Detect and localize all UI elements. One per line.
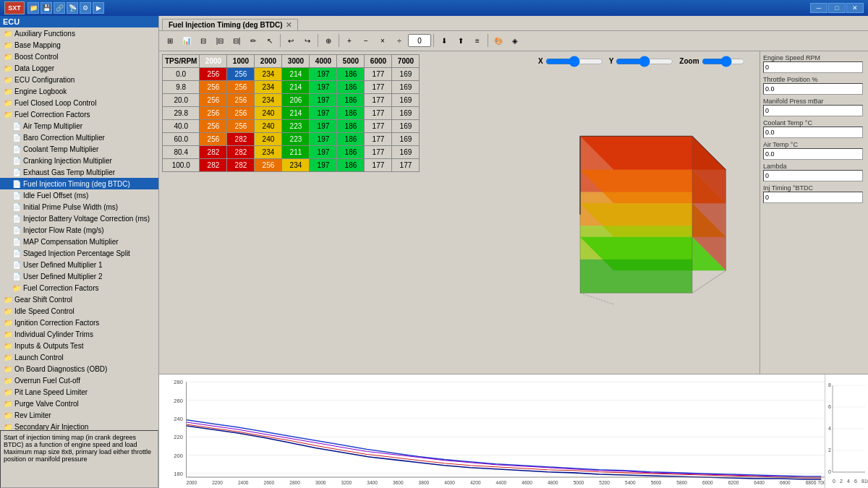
- cell-r7-c3[interactable]: 234: [282, 158, 310, 171]
- cell-r3-c0[interactable]: 256: [200, 106, 227, 119]
- cell-r5-c2[interactable]: 240: [255, 132, 282, 145]
- sidebar-item-launch[interactable]: 📁Launch Control: [0, 351, 158, 363]
- toolbar-value-input[interactable]: [408, 34, 431, 47]
- cell-r3-c4[interactable]: 197: [310, 106, 337, 119]
- tb-download-btn[interactable]: ⬇: [436, 33, 452, 48]
- cell-r5-c7[interactable]: 169: [392, 132, 420, 145]
- cell-r4-c1[interactable]: 256: [227, 119, 255, 132]
- cell-r2-c3[interactable]: 206: [282, 93, 310, 106]
- tb-upload-btn[interactable]: ⬆: [453, 33, 469, 48]
- cell-r6-c4[interactable]: 197: [310, 145, 337, 158]
- cell-r0-c1[interactable]: 256: [227, 67, 255, 80]
- sidebar-item-base-mapping[interactable]: 📁Base Mapping: [0, 39, 158, 51]
- tb-plus-btn[interactable]: +: [341, 33, 357, 48]
- cell-r1-c5[interactable]: 186: [337, 80, 365, 93]
- sidebar-item-coolant-temp[interactable]: 📄Coolant Temp Multiplier: [0, 143, 158, 155]
- sidebar-item-gear-shift[interactable]: 📁Gear Shift Control: [0, 294, 158, 305]
- tb-icon-4[interactable]: 📡: [67, 2, 78, 14]
- sidebar-item-secondary-air[interactable]: 📁Secondary Air Injection: [0, 421, 158, 430]
- sidebar-item-fuel-correction[interactable]: 📁Fuel Correction Factors: [0, 108, 158, 120]
- sidebar-item-rev-limiter[interactable]: 📁Rev Limiter: [0, 409, 158, 421]
- cell-r6-c7[interactable]: 169: [392, 145, 420, 158]
- right-panel-input-2[interactable]: [763, 105, 863, 116]
- cell-r0-c2[interactable]: 234: [255, 67, 282, 80]
- cell-r0-c7[interactable]: 169: [392, 67, 420, 80]
- tb-mult-btn[interactable]: ×: [375, 33, 391, 48]
- right-panel-input-4[interactable]: [763, 148, 863, 160]
- sidebar-item-purge[interactable]: 📁Purge Valve Control: [0, 398, 158, 409]
- cell-r0-c3[interactable]: 214: [282, 67, 310, 80]
- sidebar-item-idle-fuel[interactable]: 📄Idle Fuel Offset (ms): [0, 189, 158, 201]
- sidebar-item-fuel-inj-timing[interactable]: 📄Fuel Injection Timing (deg BTDC): [0, 178, 158, 189]
- right-panel-input-0[interactable]: [763, 61, 863, 73]
- tb-redo-btn[interactable]: ↪: [299, 33, 315, 48]
- sidebar-item-ecu-config[interactable]: 📁ECU Configuration: [0, 74, 158, 85]
- cell-r7-c4[interactable]: 197: [310, 158, 337, 171]
- cell-r5-c4[interactable]: 197: [310, 132, 337, 145]
- tb-undo-btn[interactable]: ↩: [283, 33, 299, 48]
- cell-r1-c2[interactable]: 234: [255, 80, 282, 93]
- cell-r1-c0[interactable]: 256: [200, 80, 227, 93]
- tb-icon-3[interactable]: 🔗: [54, 2, 65, 14]
- sidebar-item-map-comp[interactable]: 📄MAP Compensation Multiplier: [0, 236, 158, 247]
- cell-r6-c1[interactable]: 282: [227, 145, 255, 158]
- sidebar-item-auxiliary[interactable]: 📁Auxiliary Functions: [0, 27, 158, 39]
- cell-r1-c1[interactable]: 256: [227, 80, 255, 93]
- tb-grid-btn[interactable]: ⊞: [162, 33, 178, 48]
- cell-r7-c1[interactable]: 282: [227, 158, 255, 171]
- cell-r4-c6[interactable]: 177: [365, 119, 392, 132]
- table-row[interactable]: 40.0256256240223197186177169: [163, 119, 420, 132]
- sidebar-item-idle-speed[interactable]: 📁Idle Speed Control: [0, 305, 158, 317]
- sidebar-item-air-temp[interactable]: 📄Air Temp Multiplier: [0, 120, 158, 132]
- sidebar-item-engine-logbook[interactable]: 📁Engine Logbook: [0, 85, 158, 97]
- cell-r6-c6[interactable]: 177: [365, 145, 392, 158]
- cell-r2-c7[interactable]: 169: [392, 93, 420, 106]
- tab-close-button[interactable]: ✕: [286, 21, 292, 29]
- tb-col-btn[interactable]: |⊟: [212, 33, 228, 48]
- tb-color-btn[interactable]: 🎨: [490, 33, 506, 48]
- cell-r3-c1[interactable]: 256: [227, 106, 255, 119]
- cell-r0-c4[interactable]: 197: [310, 67, 337, 80]
- tb-icon-6[interactable]: ▶: [93, 2, 104, 14]
- cell-r3-c7[interactable]: 169: [392, 106, 420, 119]
- cell-r2-c2[interactable]: 234: [255, 93, 282, 106]
- sidebar-item-injector-bat[interactable]: 📄Injector Battery Voltage Correction (ms…: [0, 213, 158, 224]
- sidebar-item-initial-prime[interactable]: 📄Initial Prime Pulse Width (ms): [0, 201, 158, 213]
- sidebar-item-ignition[interactable]: 📁Ignition Correction Factors: [0, 317, 158, 328]
- cell-r3-c6[interactable]: 177: [365, 106, 392, 119]
- cell-r3-c5[interactable]: 186: [337, 106, 365, 119]
- tb-icon-5[interactable]: ⚙: [80, 2, 91, 14]
- cell-r3-c2[interactable]: 240: [255, 106, 282, 119]
- table-row[interactable]: 100.0282282256234197186177177: [163, 158, 420, 171]
- cell-r5-c1[interactable]: 282: [227, 132, 255, 145]
- sidebar-item-baro[interactable]: 📄Baro Correction Multiplier: [0, 132, 158, 143]
- sidebar-item-overrun[interactable]: 📁Overrun Fuel Cut-off: [0, 374, 158, 386]
- cell-r1-c3[interactable]: 214: [282, 80, 310, 93]
- table-row[interactable]: 80.4282282234211197186177169: [163, 145, 420, 158]
- tb-minus-btn[interactable]: −: [358, 33, 374, 48]
- cell-r4-c2[interactable]: 240: [255, 119, 282, 132]
- tb-cursor-btn[interactable]: ↖: [262, 33, 278, 48]
- tb-copy-btn[interactable]: ⊕: [320, 33, 336, 48]
- sidebar-item-fuel-closed[interactable]: 📁Fuel Closed Loop Control: [0, 97, 158, 108]
- tb-table-btn[interactable]: ⊟: [195, 33, 211, 48]
- x-slider[interactable]: [545, 58, 603, 65]
- maximize-button[interactable]: □: [828, 3, 846, 13]
- cell-r0-c0[interactable]: 256: [200, 67, 227, 80]
- cell-r2-c4[interactable]: 197: [310, 93, 337, 106]
- sidebar-item-cranking[interactable]: 📄Cranking Injection Multiplier: [0, 155, 158, 166]
- sidebar-item-user-def-1[interactable]: 📄User Defined Multiplier 1: [0, 259, 158, 270]
- right-panel-input-1[interactable]: [763, 83, 863, 95]
- right-panel-input-6[interactable]: [763, 192, 863, 203]
- cell-r5-c5[interactable]: 186: [337, 132, 365, 145]
- zoom-slider[interactable]: [702, 58, 745, 65]
- sidebar-item-fuel-corr-factors[interactable]: 📁Fuel Correction Factors: [0, 282, 158, 294]
- close-button[interactable]: ✕: [846, 3, 864, 13]
- cell-r0-c6[interactable]: 177: [365, 67, 392, 80]
- cell-r1-c4[interactable]: 197: [310, 80, 337, 93]
- sidebar-item-staged-inj[interactable]: 📄Staged Injection Percentage Split: [0, 247, 158, 259]
- cell-r6-c3[interactable]: 211: [282, 145, 310, 158]
- minimize-button[interactable]: ─: [810, 3, 827, 13]
- sidebar-item-exhaust-gas[interactable]: 📄Exhaust Gas Temp Multiplier: [0, 166, 158, 178]
- tb-3d-btn[interactable]: ◈: [507, 33, 523, 48]
